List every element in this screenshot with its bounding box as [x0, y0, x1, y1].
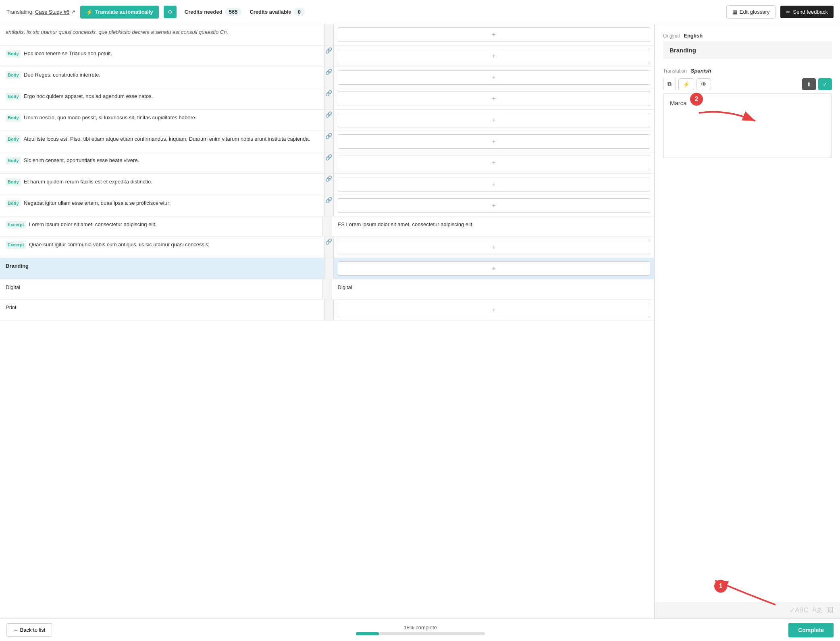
table-row: Body Duo Reges: constructio interrete. 🔗… — [0, 67, 654, 88]
table-row: Body Ergo hoc quidem apparet, nos ad age… — [0, 88, 654, 110]
plus-input[interactable]: + — [338, 303, 651, 317]
table-row: Excerpt Lorem ipsum dolor sit amet, cons… — [0, 216, 654, 237]
table-row: Body Sic enim censent, oportuntiatis ess… — [0, 152, 654, 174]
target-cell[interactable]: + — [334, 110, 655, 131]
plus-input[interactable]: + — [338, 177, 651, 191]
translation-lang: Spanish — [691, 68, 711, 74]
send-feedback-button[interactable]: ✏ Send feedback — [780, 6, 834, 18]
source-cell: Excerpt Quae sunt igitur communia vobis … — [0, 237, 324, 258]
footer-center: 18% complete — [52, 624, 788, 635]
glossary-icon: ▦ — [732, 9, 737, 15]
credits-needed-section: Credits needed 565 — [185, 8, 242, 16]
main-container: antiquis, iis sic utamur quasi concessis… — [0, 24, 840, 618]
source-cell: Body Hoc loco tenere se Triarius non pot… — [0, 46, 324, 67]
type-badge: Body — [6, 178, 21, 186]
source-cell: Body Negabat igitur ullam esse artem, qu… — [0, 195, 324, 216]
plus-icon: + — [492, 243, 496, 251]
translate-icon: Aあ — [812, 606, 823, 614]
back-to-list-button[interactable]: ← Back to list — [6, 623, 52, 637]
source-cell: Excerpt Lorem ipsum dolor sit amet, cons… — [0, 216, 322, 236]
translating-label: Translating: Case Study #6 ↗ — [6, 9, 75, 15]
plus-input[interactable]: + — [338, 27, 651, 42]
link-icon: 🔗 — [325, 131, 332, 141]
plus-input-branding[interactable]: + — [338, 261, 651, 276]
plus-input[interactable]: + — [338, 240, 651, 254]
gear-button[interactable]: ⚙ — [164, 6, 177, 18]
progress-label: 18% complete — [404, 624, 437, 631]
divider-col: 🔗 — [324, 88, 334, 109]
plus-icon: + — [492, 202, 496, 209]
plus-icon: + — [492, 117, 496, 124]
source-cell: Body Unum nescio, quo modo possit, si lu… — [0, 110, 324, 131]
plus-icon: + — [492, 265, 496, 272]
source-cell: Body Sic enim censent, oportuntiatis ess… — [0, 152, 324, 173]
plus-input[interactable]: + — [338, 156, 651, 170]
plus-icon: + — [492, 138, 496, 145]
document-link[interactable]: Case Study #6 — [35, 9, 69, 15]
copy-tool-button[interactable]: ⧉ — [663, 78, 676, 90]
upload-tool-button[interactable]: ⬆ — [802, 78, 816, 90]
type-badge: Body — [6, 114, 21, 122]
target-cell[interactable]: + — [334, 46, 655, 67]
type-badge: Body — [6, 93, 21, 100]
bolt-icon: ⚡ — [86, 9, 93, 15]
plus-input[interactable]: + — [338, 113, 651, 127]
plus-icon: + — [492, 52, 496, 60]
divider-col — [324, 258, 334, 279]
target-cell[interactable]: + — [334, 152, 655, 173]
table-row: Digital Digital — [0, 279, 654, 300]
table-row: Body Unum nescio, quo modo possit, si lu… — [0, 110, 654, 131]
plus-input[interactable]: + — [338, 134, 651, 149]
table-row: Body Et harum quidem rerum facilis est e… — [0, 174, 654, 195]
source-cell: Print — [0, 300, 324, 320]
right-panel-top: Original English Branding Translation Sp… — [655, 24, 840, 158]
divider-col: 🔗 — [324, 195, 334, 216]
link-icon: 🔗 — [325, 174, 332, 183]
divider-col — [322, 279, 332, 299]
check-abc-icon: ✓ABC — [790, 606, 808, 614]
divider-col — [324, 300, 334, 320]
confirm-tool-button[interactable]: ✓ — [818, 78, 832, 90]
plus-input[interactable]: + — [338, 70, 651, 85]
target-cell[interactable]: + — [334, 88, 655, 109]
target-cell[interactable]: + — [334, 195, 655, 216]
translation-text-area[interactable]: Marca — [663, 94, 832, 158]
translation-panel-footer: ✓ABC Aあ 🖼 — [655, 602, 840, 618]
plus-icon: + — [492, 31, 496, 38]
link-icon: 🔗 — [325, 67, 332, 77]
auto-translate-tool-button[interactable]: ⚡ — [678, 78, 694, 90]
complete-button[interactable]: Complete — [788, 623, 834, 637]
plus-input[interactable]: + — [338, 92, 651, 106]
table-row-selected[interactable]: Branding + — [0, 258, 654, 279]
translate-auto-button[interactable]: ⚡ Translate automatically — [80, 6, 159, 19]
target-text-cell[interactable]: ES Lorem ipsum dolor sit amet, consectet… — [332, 216, 655, 236]
translation-label: Translation — [663, 68, 687, 74]
eye-tool-button[interactable]: 👁 — [697, 78, 711, 90]
target-cell[interactable]: + — [334, 67, 655, 88]
target-cell[interactable]: + — [334, 131, 655, 152]
left-panel: antiquis, iis sic utamur quasi concessis… — [0, 24, 655, 618]
target-cell[interactable]: + — [334, 24, 655, 45]
target-text-cell[interactable]: Digital — [332, 279, 655, 299]
plus-input[interactable]: + — [338, 49, 651, 63]
divider-col: 🔗 — [324, 237, 334, 258]
credits-available-section: Credits available 0 — [250, 8, 305, 16]
original-text-box: Branding — [663, 41, 832, 59]
source-cell: Body Ergo hoc quidem apparet, nos ad age… — [0, 88, 324, 109]
source-cell: Digital — [0, 279, 322, 299]
target-cell-branding[interactable]: + — [334, 258, 655, 279]
edit-glossary-button[interactable]: ▦ Edit glossary — [726, 5, 776, 19]
divider-col: 🔗 — [324, 152, 334, 173]
original-label: Original — [663, 33, 680, 39]
target-cell[interactable]: + — [334, 237, 655, 258]
source-cell: Body Duo Reges: constructio interrete. — [0, 67, 324, 88]
target-cell[interactable]: + — [334, 300, 655, 320]
link-icon: 🔗 — [325, 88, 332, 98]
plus-input[interactable]: + — [338, 198, 651, 213]
link-icon: 🔗 — [325, 46, 332, 55]
divider-col — [324, 24, 334, 45]
target-cell[interactable]: + — [334, 174, 655, 195]
table-row: Body Hoc loco tenere se Triarius non pot… — [0, 46, 654, 67]
divider-col: 🔗 — [324, 174, 334, 195]
type-badge: Body — [6, 200, 21, 207]
